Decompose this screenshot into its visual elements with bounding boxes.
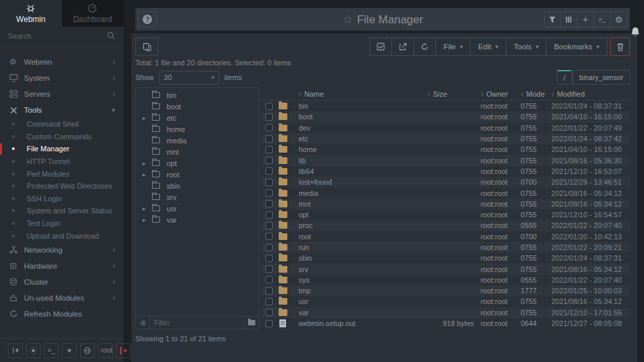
breadcrumb-current[interactable]: binary_sensor <box>573 70 630 85</box>
tree-item[interactable]: boot <box>136 101 259 112</box>
trash-button[interactable] <box>610 37 630 56</box>
table-row[interactable]: dev root:root 0755 2022/01/22 - 20:07:49 <box>261 123 630 133</box>
column-header-mode[interactable]: ↕Mode <box>521 90 551 98</box>
row-checkbox[interactable] <box>265 146 273 153</box>
table-row[interactable]: lib root:root 0755 2021/08/16 - 05:36:30 <box>261 155 630 165</box>
table-row[interactable]: proc root:root 0555 2022/01/22 - 20:07:4… <box>261 220 630 231</box>
row-checkbox[interactable] <box>265 167 273 175</box>
table-row[interactable]: opt root:root 0755 2021/12/10 - 16:54:57 <box>261 209 630 220</box>
file-name[interactable]: home <box>299 145 427 153</box>
sidebar-subitem[interactable]: SSH Login <box>0 193 123 205</box>
sidebar-subitem[interactable]: File Manager <box>0 143 123 155</box>
theme-brightness-button[interactable] <box>26 343 41 358</box>
sidebar-subitem[interactable]: Upload and Download <box>0 229 123 242</box>
tree-item[interactable]: home <box>136 123 259 135</box>
row-checkbox[interactable] <box>265 200 273 207</box>
column-header-name[interactable]: ↕Name <box>299 90 427 98</box>
sidebar-item-hardware[interactable]: Hardware ‹ <box>0 258 123 274</box>
table-row[interactable]: boot root:root 0755 2021/04/10 - 16:15:0… <box>261 111 630 122</box>
favorites-star-button[interactable]: ★ <box>62 343 77 358</box>
table-row[interactable]: tmp root:root 1777 2022/01/25 - 10:00:03 <box>261 285 630 296</box>
row-checkbox[interactable] <box>265 233 273 240</box>
search-input[interactable] <box>8 32 107 40</box>
columns-button[interactable] <box>561 11 577 27</box>
sidebar-item-networking[interactable]: Networking ‹ <box>0 242 123 258</box>
column-header-modified[interactable]: ↕Modified <box>551 90 630 98</box>
select-all-button[interactable] <box>369 37 392 56</box>
clear-filter-icon[interactable]: ⊗ <box>140 319 146 327</box>
sidebar-item-unused-modules[interactable]: Un-used Modules ‹ <box>0 290 123 306</box>
notification-bell-icon[interactable] <box>630 27 641 38</box>
column-header-owner[interactable]: ↕Owner <box>481 90 521 98</box>
row-checkbox[interactable] <box>265 287 273 295</box>
menu-dropdown-button[interactable]: File▾ <box>436 37 471 56</box>
refresh-button[interactable] <box>414 37 436 56</box>
sidebar-subitem[interactable]: Protected Web Directories <box>0 180 123 193</box>
help-button[interactable]: ? <box>138 11 157 27</box>
table-row[interactable]: sys root:root 0555 2022/01/22 - 20:07:40 <box>261 275 630 285</box>
file-name[interactable]: media <box>299 189 427 197</box>
file-name[interactable]: dev <box>299 124 427 132</box>
tree-expander-icon[interactable]: ▸ <box>143 217 152 223</box>
tree-filter-input[interactable] <box>149 317 244 329</box>
row-checkbox[interactable] <box>265 113 273 121</box>
file-name[interactable]: lost+found <box>299 178 427 186</box>
table-row[interactable]: lost+found root:root 0700 2021/12/29 - 1… <box>261 177 630 187</box>
file-name[interactable]: root <box>299 233 427 241</box>
filter-funnel-button[interactable] <box>544 11 561 27</box>
tree-item[interactable]: srv <box>136 191 259 203</box>
menu-dropdown-button[interactable]: Bookmarks▾ <box>547 37 607 56</box>
table-row[interactable]: home root:root 0755 2021/04/10 - 16:15:0… <box>261 144 630 155</box>
export-button[interactable] <box>392 37 414 56</box>
column-header-size[interactable]: ↕Size <box>427 90 481 98</box>
file-name[interactable]: proc <box>299 221 427 229</box>
sidebar-item-tools[interactable]: Tools ▾ <box>0 102 123 118</box>
tree-expander-icon[interactable]: ▸ <box>143 171 152 178</box>
table-row[interactable]: sbin root:root 0755 2022/01/24 - 08:37:3… <box>261 253 630 263</box>
tree-item[interactable]: sbin <box>136 180 259 191</box>
row-checkbox[interactable] <box>265 179 273 186</box>
collapse-sidebar-button[interactable] <box>8 343 23 358</box>
row-checkbox[interactable] <box>265 320 273 327</box>
tree-expander-icon[interactable]: ▸ <box>143 205 152 212</box>
tree-item[interactable]: ▸ etc <box>136 112 259 123</box>
tree-item[interactable]: ▸ root <box>136 169 259 180</box>
row-checkbox[interactable] <box>265 211 273 219</box>
table-row[interactable]: bin root:root 0755 2022/01/24 - 08:37:31 <box>261 101 630 111</box>
sidebar-subitem[interactable]: Perl Modules <box>0 167 123 180</box>
file-name[interactable]: usr <box>299 297 427 305</box>
row-checkbox[interactable] <box>265 189 273 197</box>
sidebar-subitem[interactable]: Custom Commands <box>0 131 123 143</box>
table-row[interactable]: root root:root 0700 2022/01/20 - 10:42:1… <box>261 231 630 242</box>
file-name[interactable]: tmp <box>299 287 427 295</box>
tab-webmin[interactable]: Webmin <box>0 0 62 27</box>
table-row[interactable]: run root:root 0755 2022/01/22 - 20:09:21 <box>261 242 630 253</box>
page-size-select[interactable]: 30 ▾ <box>159 71 219 85</box>
table-row[interactable]: lib64 root:root 0755 2021/12/10 - 16:53:… <box>261 166 630 177</box>
row-checkbox[interactable] <box>265 157 273 164</box>
sidebar-subitem[interactable]: Text Login <box>0 217 123 230</box>
row-checkbox[interactable] <box>265 276 273 283</box>
file-name[interactable]: run <box>299 243 427 251</box>
file-name[interactable]: lib <box>299 157 427 165</box>
tree-item[interactable]: media <box>136 135 259 146</box>
row-checkbox[interactable] <box>265 255 273 262</box>
paste-buffer-button[interactable] <box>135 37 158 56</box>
sidebar-item-system[interactable]: System ‹ <box>0 70 123 86</box>
file-name[interactable]: mnt <box>299 200 427 208</box>
tree-expander-icon[interactable]: ▸ <box>143 160 152 167</box>
new-tab-plus-button[interactable]: + <box>577 11 594 27</box>
tree-item[interactable]: ▸ opt <box>136 157 259 169</box>
table-row[interactable]: usr root:root 0755 2021/08/16 - 05:34:12 <box>261 296 630 307</box>
sidebar-subitem[interactable]: System and Server Status <box>0 205 123 217</box>
shell-button[interactable]: >_ <box>594 11 611 27</box>
row-checkbox[interactable] <box>265 103 273 110</box>
row-checkbox[interactable] <box>265 124 273 131</box>
tree-item[interactable]: ▸ var <box>136 214 259 225</box>
sidebar-item-refresh-modules[interactable]: Refresh Modules <box>0 306 123 322</box>
favorite-star-icon[interactable]: ☆ <box>342 13 353 26</box>
table-row[interactable]: webmin-setup.out 918 bytes root:root 064… <box>261 318 630 329</box>
table-row[interactable]: var root:root 0755 2021/12/10 - 17:01:55 <box>261 307 630 318</box>
file-name[interactable]: sys <box>299 276 427 284</box>
sidebar-subitem[interactable]: HTTP Tunnel <box>0 155 123 168</box>
